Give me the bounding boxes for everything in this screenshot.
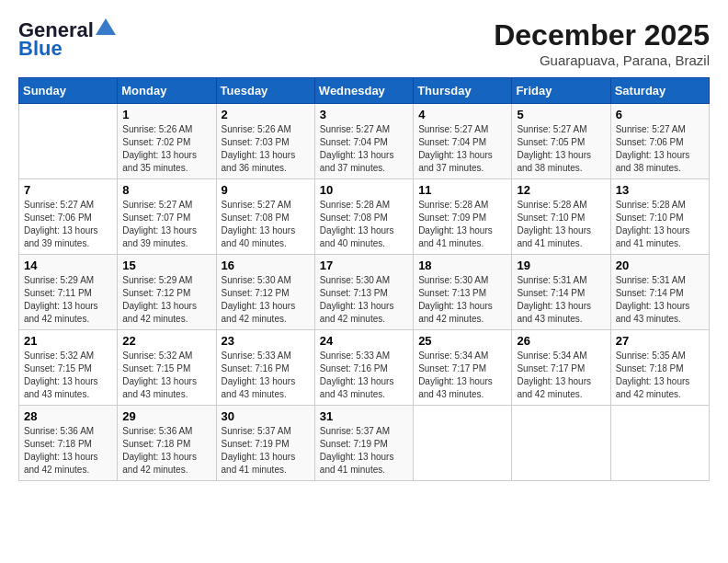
day-info: Sunrise: 5:37 AM Sunset: 7:19 PM Dayligh… (320, 425, 408, 477)
logo-blue: Blue (18, 37, 63, 61)
day-number: 15 (122, 259, 210, 272)
calendar-cell: 11Sunrise: 5:28 AM Sunset: 7:09 PM Dayli… (414, 179, 512, 255)
day-number: 20 (616, 259, 704, 272)
day-number: 13 (616, 183, 704, 197)
calendar-cell: 25Sunrise: 5:34 AM Sunset: 7:17 PM Dayli… (414, 330, 512, 406)
calendar-header-row: SundayMondayTuesdayWednesdayThursdayFrid… (19, 78, 710, 104)
calendar-cell: 7Sunrise: 5:27 AM Sunset: 7:06 PM Daylig… (19, 179, 118, 255)
day-info: Sunrise: 5:30 AM Sunset: 7:13 PM Dayligh… (418, 274, 506, 326)
calendar-cell: 29Sunrise: 5:36 AM Sunset: 7:18 PM Dayli… (118, 406, 216, 481)
header-friday: Friday (512, 78, 610, 104)
calendar-cell: 18Sunrise: 5:30 AM Sunset: 7:13 PM Dayli… (414, 255, 512, 330)
week-row-5: 28Sunrise: 5:36 AM Sunset: 7:18 PM Dayli… (19, 406, 710, 481)
day-number: 18 (418, 259, 506, 272)
calendar-cell: 23Sunrise: 5:33 AM Sunset: 7:16 PM Dayli… (216, 330, 314, 406)
day-info: Sunrise: 5:29 AM Sunset: 7:11 PM Dayligh… (24, 274, 112, 326)
day-info: Sunrise: 5:37 AM Sunset: 7:19 PM Dayligh… (222, 425, 310, 477)
day-number: 3 (320, 108, 408, 121)
day-number: 26 (517, 334, 605, 348)
day-info: Sunrise: 5:27 AM Sunset: 7:04 PM Dayligh… (418, 123, 506, 175)
svg-marker-0 (96, 18, 116, 35)
day-number: 21 (24, 334, 112, 348)
day-info: Sunrise: 5:32 AM Sunset: 7:15 PM Dayligh… (122, 350, 210, 401)
calendar-cell: 24Sunrise: 5:33 AM Sunset: 7:16 PM Dayli… (314, 330, 413, 406)
day-info: Sunrise: 5:26 AM Sunset: 7:03 PM Dayligh… (222, 123, 310, 175)
day-info: Sunrise: 5:28 AM Sunset: 7:09 PM Dayligh… (418, 199, 506, 250)
day-info: Sunrise: 5:30 AM Sunset: 7:12 PM Dayligh… (222, 274, 310, 326)
calendar-cell: 4Sunrise: 5:27 AM Sunset: 7:04 PM Daylig… (414, 104, 512, 179)
day-number: 4 (418, 108, 506, 121)
week-row-4: 21Sunrise: 5:32 AM Sunset: 7:15 PM Dayli… (19, 330, 710, 406)
day-info: Sunrise: 5:28 AM Sunset: 7:10 PM Dayligh… (517, 199, 605, 250)
day-info: Sunrise: 5:34 AM Sunset: 7:17 PM Dayligh… (517, 350, 605, 401)
calendar-body: 1Sunrise: 5:26 AM Sunset: 7:02 PM Daylig… (19, 104, 710, 481)
calendar-cell: 20Sunrise: 5:31 AM Sunset: 7:14 PM Dayli… (610, 255, 709, 330)
day-number: 10 (320, 183, 408, 197)
calendar-cell: 3Sunrise: 5:27 AM Sunset: 7:04 PM Daylig… (314, 104, 413, 179)
calendar-cell: 14Sunrise: 5:29 AM Sunset: 7:11 PM Dayli… (19, 255, 118, 330)
calendar-cell: 15Sunrise: 5:29 AM Sunset: 7:12 PM Dayli… (118, 255, 216, 330)
day-info: Sunrise: 5:32 AM Sunset: 7:15 PM Dayligh… (24, 350, 112, 401)
day-info: Sunrise: 5:28 AM Sunset: 7:10 PM Dayligh… (616, 199, 704, 250)
header-saturday: Saturday (610, 78, 709, 104)
day-number: 30 (222, 409, 310, 423)
calendar-cell (610, 406, 709, 481)
day-number: 28 (24, 409, 112, 423)
day-info: Sunrise: 5:26 AM Sunset: 7:02 PM Dayligh… (122, 123, 210, 175)
header-wednesday: Wednesday (314, 78, 413, 104)
day-number: 11 (418, 183, 506, 197)
day-info: Sunrise: 5:31 AM Sunset: 7:14 PM Dayligh… (616, 274, 704, 326)
calendar-cell: 5Sunrise: 5:27 AM Sunset: 7:05 PM Daylig… (512, 104, 610, 179)
day-info: Sunrise: 5:29 AM Sunset: 7:12 PM Dayligh… (122, 274, 210, 326)
calendar-cell: 9Sunrise: 5:27 AM Sunset: 7:08 PM Daylig… (216, 179, 314, 255)
logo: General Blue (18, 18, 116, 61)
day-info: Sunrise: 5:27 AM Sunset: 7:08 PM Dayligh… (222, 199, 310, 250)
day-number: 14 (24, 259, 112, 272)
day-number: 24 (320, 334, 408, 348)
day-number: 27 (616, 334, 704, 348)
header-sunday: Sunday (19, 78, 118, 104)
day-number: 22 (122, 334, 210, 348)
calendar-cell: 31Sunrise: 5:37 AM Sunset: 7:19 PM Dayli… (314, 406, 413, 481)
calendar-cell (512, 406, 610, 481)
calendar-cell: 10Sunrise: 5:28 AM Sunset: 7:08 PM Dayli… (314, 179, 413, 255)
week-row-2: 7Sunrise: 5:27 AM Sunset: 7:06 PM Daylig… (19, 179, 710, 255)
header-monday: Monday (118, 78, 216, 104)
calendar-cell (19, 104, 118, 179)
page-header: General Blue December 2025 Guarapuava, P… (18, 18, 710, 68)
day-number: 6 (616, 108, 704, 121)
calendar-cell: 28Sunrise: 5:36 AM Sunset: 7:18 PM Dayli… (19, 406, 118, 481)
day-info: Sunrise: 5:27 AM Sunset: 7:04 PM Dayligh… (320, 123, 408, 175)
calendar-cell: 13Sunrise: 5:28 AM Sunset: 7:10 PM Dayli… (610, 179, 709, 255)
calendar-cell: 16Sunrise: 5:30 AM Sunset: 7:12 PM Dayli… (216, 255, 314, 330)
day-info: Sunrise: 5:30 AM Sunset: 7:13 PM Dayligh… (320, 274, 408, 326)
day-number: 25 (418, 334, 506, 348)
calendar-cell: 8Sunrise: 5:27 AM Sunset: 7:07 PM Daylig… (118, 179, 216, 255)
day-number: 31 (320, 409, 408, 423)
logo-icon (96, 18, 116, 35)
day-number: 17 (320, 259, 408, 272)
calendar-cell: 19Sunrise: 5:31 AM Sunset: 7:14 PM Dayli… (512, 255, 610, 330)
title-area: December 2025 Guarapuava, Parana, Brazil (494, 18, 710, 68)
day-info: Sunrise: 5:33 AM Sunset: 7:16 PM Dayligh… (222, 350, 310, 401)
day-info: Sunrise: 5:35 AM Sunset: 7:18 PM Dayligh… (616, 350, 704, 401)
day-info: Sunrise: 5:36 AM Sunset: 7:18 PM Dayligh… (24, 425, 112, 477)
header-tuesday: Tuesday (216, 78, 314, 104)
calendar-cell: 2Sunrise: 5:26 AM Sunset: 7:03 PM Daylig… (216, 104, 314, 179)
day-info: Sunrise: 5:27 AM Sunset: 7:05 PM Dayligh… (517, 123, 605, 175)
calendar-cell: 30Sunrise: 5:37 AM Sunset: 7:19 PM Dayli… (216, 406, 314, 481)
week-row-1: 1Sunrise: 5:26 AM Sunset: 7:02 PM Daylig… (19, 104, 710, 179)
day-info: Sunrise: 5:27 AM Sunset: 7:06 PM Dayligh… (24, 199, 112, 250)
calendar-cell: 22Sunrise: 5:32 AM Sunset: 7:15 PM Dayli… (118, 330, 216, 406)
week-row-3: 14Sunrise: 5:29 AM Sunset: 7:11 PM Dayli… (19, 255, 710, 330)
calendar-cell: 27Sunrise: 5:35 AM Sunset: 7:18 PM Dayli… (610, 330, 709, 406)
calendar-cell: 1Sunrise: 5:26 AM Sunset: 7:02 PM Daylig… (118, 104, 216, 179)
calendar-table: SundayMondayTuesdayWednesdayThursdayFrid… (18, 77, 710, 481)
calendar-cell: 21Sunrise: 5:32 AM Sunset: 7:15 PM Dayli… (19, 330, 118, 406)
calendar-cell: 12Sunrise: 5:28 AM Sunset: 7:10 PM Dayli… (512, 179, 610, 255)
day-info: Sunrise: 5:27 AM Sunset: 7:07 PM Dayligh… (122, 199, 210, 250)
day-info: Sunrise: 5:27 AM Sunset: 7:06 PM Dayligh… (616, 123, 704, 175)
day-number: 19 (517, 259, 605, 272)
calendar-cell: 26Sunrise: 5:34 AM Sunset: 7:17 PM Dayli… (512, 330, 610, 406)
calendar-cell: 6Sunrise: 5:27 AM Sunset: 7:06 PM Daylig… (610, 104, 709, 179)
